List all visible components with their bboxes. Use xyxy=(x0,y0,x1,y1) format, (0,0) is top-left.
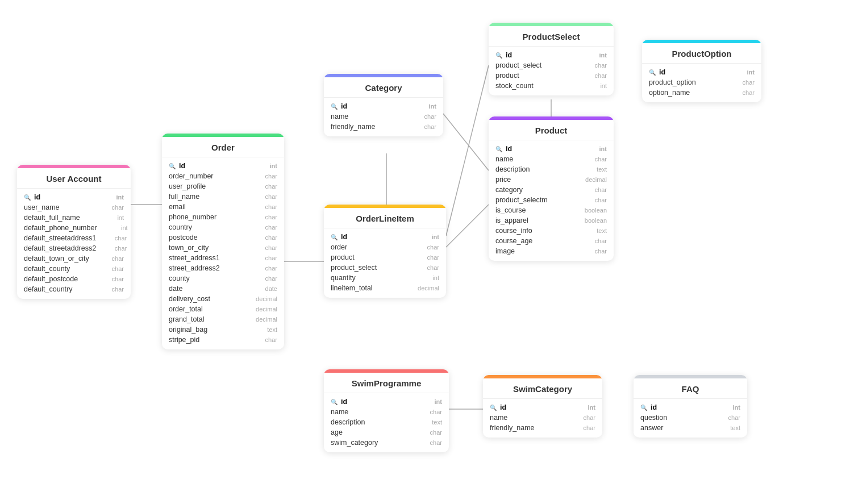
field-type-productSelect-3: int xyxy=(578,82,607,89)
field-type-userAccount-9: char xyxy=(95,286,124,293)
table-field-orderLineItem-4: quantityint xyxy=(324,273,446,283)
table-field-product-10: imagechar xyxy=(489,246,614,256)
field-type-product-1: char xyxy=(578,156,607,163)
table-field-productOption-0: 🔍idint xyxy=(642,67,761,77)
field-type-userAccount-8: char xyxy=(95,276,124,282)
field-type-orderLineItem-0: int xyxy=(411,234,439,240)
field-name-productSelect-3: stock_count xyxy=(495,82,576,90)
field-name-order-4: email xyxy=(169,203,247,211)
table-field-order-0: 🔍idint xyxy=(162,161,284,171)
field-type-category-0: int xyxy=(408,103,436,110)
field-type-order-10: char xyxy=(249,265,277,272)
field-name-product-4: category xyxy=(495,186,576,194)
table-swimCategory: SwimCategory🔍idintnamecharfriendly_namec… xyxy=(483,375,602,438)
field-name-order-2: user_profile xyxy=(169,182,247,190)
field-name-faq-1: question xyxy=(640,414,710,422)
field-name-product-9: course_age xyxy=(495,237,576,245)
table-field-order-1: order_numberchar xyxy=(162,171,284,181)
table-faq: FAQ🔍idintquestioncharanswertext xyxy=(634,375,747,438)
key-icon-category: 🔍 xyxy=(331,103,338,110)
table-body-category: 🔍idintnamecharfriendly_namechar xyxy=(324,98,443,136)
field-type-order-6: char xyxy=(249,224,277,231)
field-type-product-8: text xyxy=(578,227,607,234)
table-body-order: 🔍idintorder_numbercharuser_profilecharfu… xyxy=(162,157,284,349)
table-field-product-3: pricedecimal xyxy=(489,174,614,185)
field-type-userAccount-7: char xyxy=(95,265,124,272)
table-field-swimProgramme-4: swim_categorychar xyxy=(324,438,449,448)
table-field-order-12: datedate xyxy=(162,284,284,294)
field-name-productOption-1: product_option xyxy=(649,78,724,86)
field-type-userAccount-2: int xyxy=(95,214,124,221)
table-title-swimCategory: SwimCategory xyxy=(483,378,602,398)
table-field-order-4: emailchar xyxy=(162,202,284,212)
field-type-swimCategory-1: char xyxy=(567,414,595,421)
table-field-order-13: delivery_costdecimal xyxy=(162,294,284,304)
field-name-swimProgramme-2: description xyxy=(331,418,411,426)
field-name-userAccount-9: default_country xyxy=(24,285,93,293)
table-title-category: Category xyxy=(324,77,443,97)
field-name-productSelect-0: id xyxy=(506,51,576,59)
table-swimProgramme: SwimProgramme🔍idintnamechardescriptionte… xyxy=(324,369,449,452)
field-name-product-2: description xyxy=(495,165,576,173)
table-body-product: 🔍idintnamechardescriptiontextpricedecima… xyxy=(489,140,614,261)
table-title-order: Order xyxy=(162,137,284,157)
table-field-orderLineItem-3: product_selectchar xyxy=(324,263,446,273)
table-productOption: ProductOption🔍idintproduct_optioncharopt… xyxy=(642,40,761,102)
table-body-swimProgramme: 🔍idintnamechardescriptiontextagecharswim… xyxy=(324,393,449,452)
field-type-userAccount-3: int xyxy=(99,224,128,231)
key-icon-productSelect: 🔍 xyxy=(495,52,502,59)
key-icon-faq: 🔍 xyxy=(640,405,647,411)
field-type-order-5: char xyxy=(249,214,277,220)
field-name-userAccount-7: default_county xyxy=(24,265,93,273)
table-field-orderLineItem-0: 🔍idint xyxy=(324,232,446,242)
table-field-product-0: 🔍idint xyxy=(489,144,614,154)
table-field-faq-1: questionchar xyxy=(634,413,747,423)
field-type-swimProgramme-3: char xyxy=(414,429,442,436)
table-category: Category🔍idintnamecharfriendly_namechar xyxy=(324,74,443,136)
key-icon-swimCategory: 🔍 xyxy=(490,405,497,411)
field-name-userAccount-3: default_phone_number xyxy=(24,224,97,232)
table-title-productOption: ProductOption xyxy=(642,43,761,63)
field-type-userAccount-5: char xyxy=(98,245,127,252)
field-name-userAccount-1: user_name xyxy=(24,203,93,211)
table-field-product-2: descriptiontext xyxy=(489,164,614,174)
table-field-productSelect-0: 🔍idint xyxy=(489,50,614,60)
field-name-faq-2: answer xyxy=(640,424,710,432)
field-name-orderLineItem-2: product xyxy=(331,253,409,261)
field-name-order-1: order_number xyxy=(169,172,247,180)
table-field-product-6: is_courseboolean xyxy=(489,205,614,215)
field-name-userAccount-8: default_postcode xyxy=(24,275,93,283)
field-type-order-11: char xyxy=(249,275,277,282)
field-name-product-3: price xyxy=(495,176,576,184)
field-type-order-1: char xyxy=(249,173,277,180)
field-type-order-17: char xyxy=(249,336,277,343)
table-field-swimProgramme-0: 🔍idint xyxy=(324,397,449,407)
field-name-swimCategory-0: id xyxy=(500,403,565,411)
table-field-swimCategory-1: namechar xyxy=(483,413,602,423)
table-field-category-1: namechar xyxy=(324,111,443,122)
table-title-orderLineItem: OrderLineItem xyxy=(324,208,446,228)
field-name-userAccount-5: default_streetaddress2 xyxy=(24,244,96,252)
field-type-order-0: int xyxy=(249,163,277,169)
table-field-orderLineItem-1: orderchar xyxy=(324,242,446,252)
field-type-orderLineItem-1: char xyxy=(411,244,439,251)
field-name-product-5: product_selectm xyxy=(495,196,576,204)
field-name-order-9: street_address1 xyxy=(169,254,247,262)
field-type-orderLineItem-4: int xyxy=(411,274,439,281)
table-orderLineItem: OrderLineItem🔍idintordercharproductcharp… xyxy=(324,205,446,298)
field-type-order-2: char xyxy=(249,183,277,190)
table-field-userAccount-3: default_phone_numberint xyxy=(17,223,131,233)
field-name-orderLineItem-5: lineitem_total xyxy=(331,284,409,292)
table-field-swimProgramme-3: agechar xyxy=(324,427,449,438)
field-name-order-12: date xyxy=(169,285,247,293)
field-name-productSelect-2: product xyxy=(495,72,576,80)
field-name-orderLineItem-1: order xyxy=(331,243,409,251)
table-field-product-5: product_selectmchar xyxy=(489,195,614,205)
field-name-order-10: street_address2 xyxy=(169,264,247,272)
table-field-userAccount-8: default_postcodechar xyxy=(17,274,131,284)
table-body-faq: 🔍idintquestioncharanswertext xyxy=(634,399,747,438)
field-name-order-8: town_or_city xyxy=(169,244,247,252)
field-type-swimProgramme-4: char xyxy=(414,439,442,446)
table-field-userAccount-9: default_countrychar xyxy=(17,284,131,294)
svg-line-4 xyxy=(446,205,489,247)
